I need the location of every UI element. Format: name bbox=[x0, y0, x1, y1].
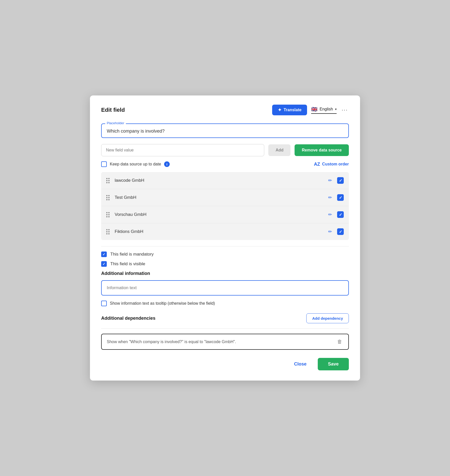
table-row: Test GmbH ✏ bbox=[101, 189, 349, 206]
remove-datasource-button[interactable]: Remove data source bbox=[295, 144, 349, 156]
save-button[interactable]: Save bbox=[318, 358, 349, 370]
item-actions: ✏ bbox=[327, 211, 344, 218]
custom-order-label: Custom order bbox=[322, 162, 349, 166]
add-value-row: Add Remove data source bbox=[101, 144, 349, 156]
dep-divider bbox=[101, 328, 349, 329]
items-list: lawcode GmbH ✏ Test GmbH ✏ bbox=[101, 172, 349, 240]
header-right: ✦ Translate 🇬🇧 English ▾ ··· bbox=[272, 105, 349, 115]
new-field-value-input[interactable] bbox=[101, 144, 264, 156]
placeholder-field-container: Placeholder bbox=[101, 123, 349, 138]
additional-info-title: Additional information bbox=[101, 271, 349, 276]
dependencies-title: Additional dependencies bbox=[101, 316, 155, 321]
translate-button[interactable]: ✦ Translate bbox=[272, 105, 307, 115]
info-text-input[interactable] bbox=[107, 285, 343, 290]
item-checkbox[interactable] bbox=[337, 211, 344, 218]
language-selector[interactable]: 🇬🇧 English ▾ bbox=[311, 106, 336, 114]
close-button[interactable]: Close bbox=[288, 359, 313, 369]
keep-updated-label: Keep data source up to date bbox=[110, 162, 161, 166]
table-row: Fiktions GmbH ✏ bbox=[101, 223, 349, 240]
tooltip-checkbox[interactable] bbox=[101, 301, 107, 306]
placeholder-label: Placeholder bbox=[105, 121, 126, 125]
edit-field-modal: Edit field ✦ Translate 🇬🇧 English ▾ ··· … bbox=[90, 95, 360, 381]
edit-item-button[interactable]: ✏ bbox=[327, 211, 333, 218]
add-dependency-button[interactable]: Add dependency bbox=[306, 313, 349, 323]
mandatory-checkbox[interactable] bbox=[101, 251, 107, 257]
more-options-button[interactable]: ··· bbox=[341, 107, 349, 113]
divider bbox=[101, 246, 349, 246]
item-label: Fiktions GmbH bbox=[115, 229, 327, 234]
translate-icon: ✦ bbox=[278, 107, 282, 113]
az-sort-icon: AZ bbox=[314, 162, 320, 167]
placeholder-input[interactable] bbox=[107, 129, 343, 134]
visible-label: This field is visible bbox=[110, 261, 145, 267]
item-actions: ✏ bbox=[327, 194, 344, 201]
flag-icon: 🇬🇧 bbox=[311, 106, 317, 112]
tooltip-row: Show information text as tooltip (otherw… bbox=[101, 301, 349, 306]
mandatory-row: This field is mandatory bbox=[101, 251, 349, 257]
item-checkbox[interactable] bbox=[337, 228, 344, 235]
drag-handle[interactable] bbox=[106, 212, 110, 217]
item-actions: ✏ bbox=[327, 228, 344, 235]
modal-title: Edit field bbox=[101, 107, 125, 113]
options-row: Keep data source up to date i AZ Custom … bbox=[101, 161, 349, 167]
custom-order-button[interactable]: AZ Custom order bbox=[314, 162, 349, 167]
item-label: Test GmbH bbox=[115, 195, 327, 200]
dependency-row: Show when "Which company is involved?" i… bbox=[101, 334, 349, 350]
keep-updated-checkbox[interactable] bbox=[101, 161, 107, 167]
table-row: Vorschau GmbH ✏ bbox=[101, 206, 349, 223]
tooltip-label: Show information text as tooltip (otherw… bbox=[110, 301, 215, 306]
dependencies-header: Additional dependencies Add dependency bbox=[101, 313, 349, 323]
item-checkbox[interactable] bbox=[337, 177, 344, 184]
table-row: lawcode GmbH ✏ bbox=[101, 172, 349, 189]
translate-label: Translate bbox=[284, 108, 301, 112]
item-checkbox[interactable] bbox=[337, 194, 344, 201]
info-field-container bbox=[101, 280, 349, 296]
drag-handle[interactable] bbox=[106, 195, 110, 200]
edit-item-button[interactable]: ✏ bbox=[327, 228, 333, 235]
drag-handle[interactable] bbox=[106, 229, 110, 234]
add-button[interactable]: Add bbox=[268, 144, 290, 156]
item-label: Vorschau GmbH bbox=[115, 212, 327, 217]
info-icon[interactable]: i bbox=[164, 161, 170, 167]
modal-footer: Close Save bbox=[101, 358, 349, 370]
delete-dependency-button[interactable]: 🗑 bbox=[336, 339, 343, 345]
dependency-text: Show when "Which company is involved?" i… bbox=[107, 340, 336, 344]
visible-row: This field is visible bbox=[101, 261, 349, 267]
drag-handle[interactable] bbox=[106, 178, 110, 183]
visible-checkbox[interactable] bbox=[101, 261, 107, 267]
keep-updated-row: Keep data source up to date i bbox=[101, 161, 170, 167]
language-label: English bbox=[320, 107, 333, 111]
mandatory-label: This field is mandatory bbox=[110, 252, 154, 257]
edit-item-button[interactable]: ✏ bbox=[327, 194, 333, 201]
item-label: lawcode GmbH bbox=[115, 178, 327, 183]
item-actions: ✏ bbox=[327, 177, 344, 184]
chevron-down-icon: ▾ bbox=[335, 107, 337, 111]
edit-item-button[interactable]: ✏ bbox=[327, 177, 333, 184]
modal-header: Edit field ✦ Translate 🇬🇧 English ▾ ··· bbox=[101, 105, 349, 115]
